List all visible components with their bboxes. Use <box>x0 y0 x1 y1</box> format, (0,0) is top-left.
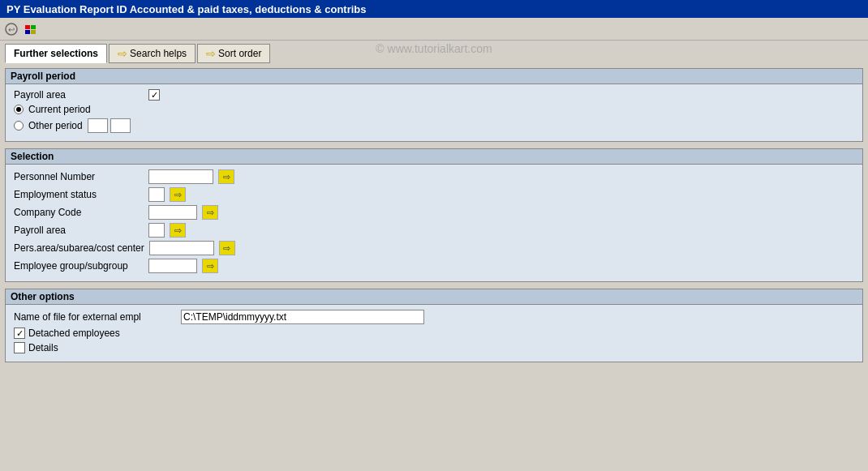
other-period-radio[interactable] <box>14 121 24 131</box>
employee-group-arrow-btn[interactable]: ⇨ <box>202 259 218 273</box>
employment-status-input[interactable] <box>148 187 165 202</box>
svg-text:↩: ↩ <box>8 25 15 34</box>
tab-sort-order[interactable]: ⇨ Sort order <box>197 44 270 63</box>
tab-further-selections-label: Further selections <box>14 48 98 59</box>
period-input-1[interactable] <box>88 118 108 133</box>
detached-employees-row: ✓ Detached employees <box>14 328 854 339</box>
other-options-section: Other options Name of file for external … <box>5 289 863 362</box>
menu-icon[interactable] <box>23 21 39 37</box>
tab-further-selections[interactable]: Further selections <box>5 44 107 63</box>
current-period-row: Current period <box>14 104 854 115</box>
company-code-input[interactable] <box>148 205 197 220</box>
personnel-number-row: Personnel Number ⇨ <box>14 169 854 184</box>
detached-employees-checkbox[interactable]: ✓ <box>14 328 25 339</box>
file-input[interactable] <box>181 310 424 324</box>
details-checkbox[interactable] <box>14 342 25 353</box>
svg-rect-4 <box>25 30 30 34</box>
employee-group-row: Employee group/subgroup ⇨ <box>14 259 854 273</box>
current-period-label: Current period <box>28 104 91 115</box>
pers-area-input[interactable] <box>149 241 214 255</box>
payroll-period-header: Payroll period <box>6 69 862 84</box>
selection-header: Selection <box>6 149 862 165</box>
back-icon[interactable]: ↩ <box>3 21 19 37</box>
other-options-body: Name of file for external empl ✓ Detache… <box>6 305 862 362</box>
tab-search-helps-arrow: ⇨ <box>118 47 127 60</box>
employment-status-arrow-btn[interactable]: ⇨ <box>170 187 186 202</box>
payroll-area-label: Payroll area <box>14 89 144 101</box>
svg-rect-5 <box>31 30 36 34</box>
pers-area-label: Pers.area/subarea/cost center <box>14 242 144 254</box>
tab-sort-order-label: Sort order <box>218 48 261 59</box>
employee-group-input[interactable] <box>148 259 197 273</box>
company-code-row: Company Code ⇨ <box>14 205 854 220</box>
payroll-area-sel-row: Payroll area ⇨ <box>14 223 854 238</box>
period-inputs <box>88 118 131 133</box>
personnel-number-label: Personnel Number <box>14 171 144 182</box>
details-label: Details <box>28 342 58 353</box>
selection-section: Selection Personnel Number ⇨ Employment … <box>5 148 863 282</box>
file-label: Name of file for external empl <box>14 311 176 323</box>
other-period-row: Other period <box>14 118 854 133</box>
pers-area-row: Pers.area/subarea/cost center ⇨ <box>14 241 854 255</box>
toolbar: ↩ © www.tutorialkart.com <box>0 18 868 41</box>
tab-search-helps-label: Search helps <box>130 48 187 59</box>
personnel-number-arrow-btn[interactable]: ⇨ <box>218 169 234 184</box>
payroll-area-sel-arrow-btn[interactable]: ⇨ <box>170 223 186 238</box>
file-row: Name of file for external empl <box>14 310 854 324</box>
other-period-label: Other period <box>28 120 83 131</box>
payroll-area-sel-input[interactable] <box>148 223 165 238</box>
other-options-header: Other options <box>6 289 862 305</box>
pers-area-arrow-btn[interactable]: ⇨ <box>219 241 235 255</box>
payroll-area-checkbox[interactable]: ✓ <box>148 89 160 101</box>
title-text: PY Evaluation Report ID Accounted & paid… <box>6 3 367 15</box>
detached-employees-label: Detached employees <box>28 328 120 339</box>
employee-group-label: Employee group/subgroup <box>14 260 144 272</box>
tab-search-helps[interactable]: ⇨ Search helps <box>109 44 196 63</box>
personnel-number-input[interactable] <box>148 169 213 184</box>
employment-status-label: Employment status <box>14 189 144 200</box>
tab-sort-order-arrow: ⇨ <box>206 47 216 60</box>
company-code-label: Company Code <box>14 207 144 218</box>
current-period-radio[interactable] <box>14 105 24 114</box>
details-row: Details <box>14 342 854 353</box>
selection-body: Personnel Number ⇨ Employment status ⇨ C… <box>6 165 862 281</box>
svg-rect-3 <box>31 25 36 29</box>
company-code-arrow-btn[interactable]: ⇨ <box>202 205 218 220</box>
payroll-area-sel-label: Payroll area <box>14 225 144 236</box>
period-input-2[interactable] <box>110 118 131 133</box>
payroll-period-body: Payroll area ✓ Current period Other peri… <box>6 84 862 141</box>
payroll-area-row: Payroll area ✓ <box>14 89 854 101</box>
payroll-period-section: Payroll period Payroll area ✓ Current pe… <box>5 68 863 142</box>
svg-rect-2 <box>25 25 30 29</box>
main-content: Payroll period Payroll area ✓ Current pe… <box>0 63 868 374</box>
title-bar: PY Evaluation Report ID Accounted & paid… <box>0 0 868 18</box>
tab-bar: Further selections ⇨ Search helps ⇨ Sort… <box>0 41 868 63</box>
employment-status-row: Employment status ⇨ <box>14 187 854 202</box>
